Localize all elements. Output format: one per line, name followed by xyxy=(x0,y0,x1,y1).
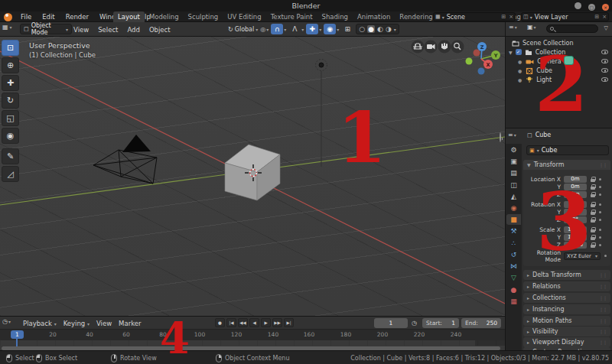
location-x-field[interactable]: 0m xyxy=(564,176,587,183)
section-collections[interactable]: ▸Collections⋮⋮ xyxy=(523,293,610,303)
outliner-row-scene-collection[interactable]: Scene Collection xyxy=(506,38,612,47)
use-preview-range-icon[interactable]: ◷ xyxy=(412,320,417,327)
section-relations[interactable]: ▸Relations⋮⋮ xyxy=(523,281,610,291)
menu-playback[interactable]: Playback ▾ xyxy=(23,320,57,327)
row-label[interactable]: Light xyxy=(536,76,552,83)
maximize-button[interactable]: ▢ xyxy=(588,4,595,11)
animate-dot-icon[interactable] xyxy=(604,255,607,257)
animate-dot-icon[interactable] xyxy=(599,203,601,206)
tab-physics-icon[interactable]: ↺ xyxy=(506,249,521,260)
editor-type-button[interactable]: ▦▾ xyxy=(2,24,12,31)
lock-icon[interactable] xyxy=(591,192,595,197)
transform-tool[interactable]: ◉ xyxy=(2,128,19,144)
tab-object-data-icon[interactable]: ▽ xyxy=(506,272,521,283)
rotate-tool[interactable]: ↻ xyxy=(2,93,19,109)
menu-select[interactable]: Select xyxy=(98,26,118,34)
section-visibility[interactable]: ▸Visibility⋮⋮ xyxy=(523,327,610,336)
new-scene-icon[interactable]: ⊞ xyxy=(500,14,507,20)
tab-modeling[interactable]: Modeling xyxy=(145,11,184,22)
outliner-row-collection[interactable]: ▼ ✓ Collection xyxy=(506,47,612,57)
next-keyframe-button[interactable]: ▶▶ xyxy=(272,318,282,327)
location-y-field[interactable]: 0m xyxy=(564,184,587,190)
tab-constraints-icon[interactable]: ⋈ xyxy=(506,261,521,271)
navigation-gizmo[interactable]: Z Y X xyxy=(466,42,501,75)
row-label[interactable]: Cube xyxy=(536,67,552,74)
tab-layout[interactable]: Layout xyxy=(113,11,145,22)
outliner-row-light[interactable]: ● Light xyxy=(506,75,612,84)
section-instancing[interactable]: ▸Instancing⋮⋮ xyxy=(523,304,610,314)
current-frame-field[interactable]: 1 xyxy=(374,318,408,328)
overlays-icon[interactable]: ◉ xyxy=(324,24,336,34)
outliner-row-camera[interactable]: ● Camera xyxy=(506,57,612,66)
section-delta-transform[interactable]: ▸Delta Transform⋮⋮ xyxy=(523,270,610,280)
menu-keying[interactable]: Keying ▾ xyxy=(63,320,90,327)
animate-dot-icon[interactable] xyxy=(599,211,601,213)
tab-object-icon[interactable]: ■ xyxy=(506,214,521,225)
jump-start-button[interactable]: |◀ xyxy=(226,318,236,327)
transform-panel-header[interactable]: ▼ Transform ⋮⋮ xyxy=(523,160,610,170)
tab-texture-paint[interactable]: Texture Paint xyxy=(266,11,317,22)
view-layer-name[interactable]: View Layer xyxy=(532,14,594,21)
row-label[interactable]: Scene Collection xyxy=(522,40,574,47)
unlink-scene-icon[interactable]: × xyxy=(507,14,515,20)
rotation-mode-dropdown[interactable]: XYZ Euler▾ xyxy=(564,252,601,260)
start-frame-field[interactable]: Start:1 xyxy=(422,318,459,328)
properties-editor-button[interactable]: ≡▾ xyxy=(508,132,516,138)
animate-dot-icon[interactable] xyxy=(599,193,601,196)
gizmo-neg-y[interactable] xyxy=(466,58,473,65)
gizmo-neg-z[interactable] xyxy=(478,68,485,75)
rotation-y-field[interactable]: 0° xyxy=(564,209,587,216)
menu-add[interactable]: Add xyxy=(127,26,139,34)
timeline-track-area[interactable] xyxy=(0,340,505,346)
jump-end-button[interactable]: ▶| xyxy=(284,318,294,327)
auto-keying-button[interactable]: ● xyxy=(215,318,225,327)
animate-dot-icon[interactable] xyxy=(599,244,601,246)
toggle-perspective-button[interactable] xyxy=(412,41,425,54)
animate-dot-icon[interactable] xyxy=(599,186,601,188)
object-name-field[interactable]: ▣ ▾ Cube xyxy=(526,145,609,155)
pivot-dropdown[interactable]: ◎▾ xyxy=(260,26,269,33)
row-label[interactable]: Camera xyxy=(537,58,561,65)
measure-tool[interactable]: ◿ xyxy=(2,166,19,182)
tab-particles-icon[interactable]: ∴ xyxy=(506,238,521,249)
solid-shading-icon[interactable]: ● xyxy=(367,25,375,33)
outliner-editor-button[interactable]: ≡▾ xyxy=(509,24,517,31)
pin-icon[interactable] xyxy=(500,132,501,142)
eye-icon[interactable] xyxy=(601,77,608,82)
falloff-icon[interactable]: Λ xyxy=(288,24,301,34)
tab-material-icon[interactable]: ● xyxy=(506,284,521,295)
outliner-search-input[interactable] xyxy=(546,24,598,33)
menu-render[interactable]: Render xyxy=(60,11,94,22)
breadcrumb-object-name[interactable]: Cube xyxy=(536,132,552,138)
viewport-canvas[interactable]: Z Y X User Perspective (1) Collection | … xyxy=(0,37,505,316)
proportional-control[interactable]: Λ▾ xyxy=(288,24,304,34)
gizmos-control[interactable]: ✚▾ xyxy=(306,24,321,34)
tab-modifiers-icon[interactable]: ⚒ xyxy=(506,226,521,236)
tab-render-icon[interactable]: ▣ xyxy=(506,156,521,167)
tab-rendering[interactable]: Rendering xyxy=(395,11,437,22)
outliner-row-cube[interactable]: ● Cube xyxy=(506,66,612,75)
lock-icon[interactable] xyxy=(591,210,595,215)
scene-name[interactable]: Scene xyxy=(444,14,500,21)
tab-output-icon[interactable]: ▤ xyxy=(506,167,521,178)
cursor-tool[interactable]: ⊕ xyxy=(2,57,19,73)
row-label[interactable]: Collection xyxy=(536,49,566,56)
scale-x-field[interactable]: 1.000 xyxy=(564,226,587,233)
menu-marker[interactable]: Marker xyxy=(119,320,141,327)
annotate-tool[interactable]: ✎ xyxy=(2,148,19,164)
collection-checkbox[interactable]: ✓ xyxy=(516,49,522,55)
menu-view[interactable]: View xyxy=(73,26,89,34)
lock-icon[interactable] xyxy=(591,177,595,182)
scale-y-field[interactable]: 1.000 xyxy=(564,234,587,241)
scale-tool[interactable]: ◱ xyxy=(2,110,19,126)
current-frame-badge[interactable]: 1 xyxy=(11,330,24,339)
material-shading-icon[interactable]: ◐ xyxy=(377,25,383,33)
wireframe-shading-icon[interactable]: ○ xyxy=(359,25,365,33)
lock-icon[interactable] xyxy=(591,227,595,232)
timeline-ruler[interactable]: 20 40 60 80 100 120 140 160 180 200 220 … xyxy=(0,330,505,340)
tab-scene-icon[interactable]: ◭ xyxy=(506,191,521,202)
new-view-layer-icon[interactable]: ⊞ xyxy=(593,14,601,20)
zoom-button[interactable] xyxy=(451,41,464,54)
object-name-value[interactable]: Cube xyxy=(542,147,558,154)
gizmo-icon[interactable]: ✚ xyxy=(306,24,318,34)
